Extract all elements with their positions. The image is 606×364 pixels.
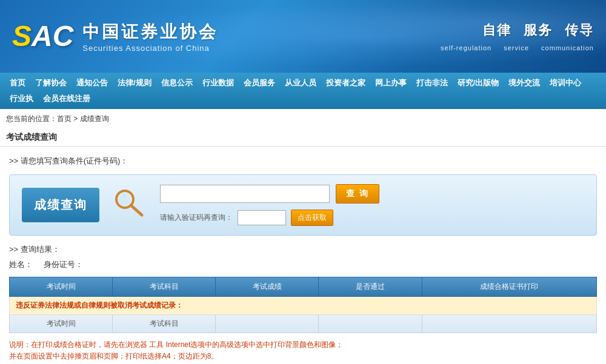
note-line1: 说明：在打印成绩合格证时，请先在浏览器 工具 Internet选项中的高级选项中… <box>9 339 597 351</box>
nav-item-research[interactable]: 研究/出版物 <box>453 75 504 91</box>
slogan-chuandao: 传导 <box>565 21 594 39</box>
nav-item-industry[interactable]: 行业执 <box>5 91 38 107</box>
org-name-cn: 中国证券业协会 <box>82 21 218 44</box>
search-inputs: 查 询 请输入验证码再查询： 点击获取 <box>160 184 584 226</box>
nav-item-staff[interactable]: 从业人员 <box>280 75 321 91</box>
main-content: >> 请您填写查询条件(证件号码)： 成绩查询 查 询 请输入验证码再查询： 点… <box>0 147 606 364</box>
captcha-label: 请输入验证码再查询： <box>160 213 233 223</box>
col-pass: 是否通过 <box>319 277 422 297</box>
name-label: 姓名： <box>9 260 33 269</box>
nav-main: 首页 了解协会 通知公告 法律/规则 信息公示 行业数据 会员服务 从业人员 投… <box>0 73 606 109</box>
nav-item-member[interactable]: 会员服务 <box>239 75 280 91</box>
header: SAC 中国证券业协会 Securities Association of Ch… <box>0 0 606 73</box>
nav-item-investor[interactable]: 投资者之家 <box>321 75 370 91</box>
note-line2: 并在页面设置中去掉捶页眉和页脚；打印纸选择A4；页边距为8。 <box>9 351 597 362</box>
results-section: >> 查询结果： 姓名： 身份证号： 考试时间 考试科目 考试成绩 是否通过 成… <box>9 242 597 333</box>
slogans-en: self-regulation service communication <box>441 44 594 51</box>
search-row: 查 询 <box>160 184 584 204</box>
search-box-wrapper: 成绩查询 查 询 请输入验证码再查询： 点击获取 <box>9 174 597 236</box>
sac-logo: SAC <box>12 22 73 51</box>
nav-item-foreign[interactable]: 境外交流 <box>504 75 545 91</box>
logo-area: SAC 中国证券业协会 Securities Association of Ch… <box>12 21 218 53</box>
query-label: >> 请您填写查询条件(证件号码)： <box>9 153 597 170</box>
note-area: 说明：在打印成绩合格证时，请先在浏览器 工具 Internet选项中的高级选项中… <box>9 339 597 362</box>
nav-item-notice[interactable]: 通知公告 <box>72 75 113 91</box>
nav-item-data[interactable]: 行业数据 <box>198 75 239 91</box>
org-name-en: Securities Association of China <box>82 44 218 53</box>
search-label-block: 成绩查询 <box>22 188 99 222</box>
page-title: 考试成绩查询 <box>0 129 606 147</box>
col-exam-score: 考试成绩 <box>216 277 319 297</box>
page-title-text: 考试成绩查询 <box>6 132 57 142</box>
breadcrumb: 您当前的位置：首页 > 成绩查询 <box>0 109 606 129</box>
table-body: 违反证券法律法规或自律规则被取消考试成绩记录： 考试时间 考试科目 <box>10 297 597 333</box>
slogan-zilv: 自律 <box>482 21 511 39</box>
results-label: >> 查询结果： <box>9 242 597 257</box>
warning-text: 违反证券法律法规或自律规则被取消考试成绩记录： <box>10 297 597 315</box>
table-header: 考试时间 考试科目 考试成绩 是否通过 成绩合格证书打印 <box>10 277 597 297</box>
sub-col-time: 考试时间 <box>10 315 113 333</box>
navigation-bar: 首页 了解协会 通知公告 法律/规则 信息公示 行业数据 会员服务 从业人员 投… <box>0 73 606 109</box>
nav-item-training[interactable]: 培训中心 <box>545 75 586 91</box>
nav-item-home[interactable]: 首页 <box>5 75 30 91</box>
slogan-en-communication: communication <box>541 44 594 51</box>
nav-item-info[interactable]: 信息公示 <box>156 75 198 91</box>
col-print: 成绩合格证书打印 <box>422 277 597 297</box>
get-captcha-button[interactable]: 点击获取 <box>291 210 333 226</box>
sub-col-empty1 <box>216 315 319 333</box>
search-icon <box>112 186 148 225</box>
sub-col-empty3 <box>422 315 597 333</box>
results-table: 考试时间 考试科目 考试成绩 是否通过 成绩合格证书打印 违反证券法律法规或自律… <box>9 277 597 333</box>
nav-item-anti[interactable]: 打击非法 <box>411 75 453 91</box>
svg-line-1 <box>131 205 142 215</box>
breadcrumb-text: 您当前的位置：首页 > 成绩查询 <box>6 114 109 123</box>
sub-header-row: 考试时间 考试科目 <box>10 315 597 333</box>
slogan-en-service: service <box>504 44 529 51</box>
nav-item-online[interactable]: 网上办事 <box>370 75 411 91</box>
magnifier-icon <box>112 186 148 219</box>
nav-item-about[interactable]: 了解协会 <box>30 75 72 91</box>
sub-col-subject: 考试科目 <box>113 315 216 333</box>
query-button[interactable]: 查 询 <box>336 184 379 204</box>
svg-point-2 <box>119 193 131 205</box>
name-id-row: 姓名： 身份证号： <box>9 257 597 272</box>
slogan-en-self-regulation: self-regulation <box>441 44 491 51</box>
captcha-input[interactable] <box>238 210 286 225</box>
header-right: 自律 服务 传导 self-regulation service communi… <box>441 21 594 51</box>
warning-row: 违反证券法律法规或自律规则被取消考试成绩记录： <box>10 297 597 315</box>
header-slogans: 自律 服务 传导 <box>441 21 594 39</box>
nav-item-register[interactable]: 会员在线注册 <box>38 91 95 107</box>
id-label: 身份证号： <box>44 260 83 269</box>
col-exam-time: 考试时间 <box>10 277 113 297</box>
id-number-input[interactable] <box>160 185 330 203</box>
nav-item-law[interactable]: 法律/规则 <box>113 75 156 91</box>
col-exam-subject: 考试科目 <box>113 277 216 297</box>
captcha-row: 请输入验证码再查询： 点击获取 <box>160 210 584 226</box>
logo-text: 中国证券业协会 Securities Association of China <box>82 21 218 53</box>
sub-col-empty2 <box>319 315 422 333</box>
slogan-fuwu: 服务 <box>524 21 553 39</box>
